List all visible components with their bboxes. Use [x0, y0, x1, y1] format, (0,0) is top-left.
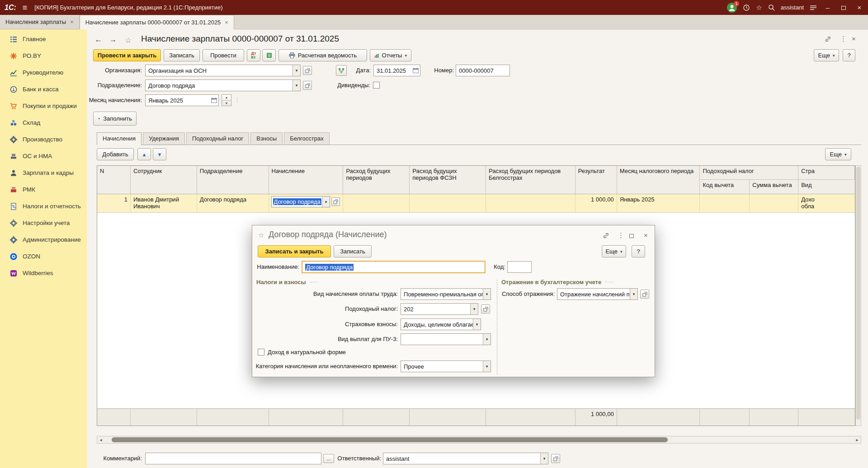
close-document-icon[interactable]: ×	[852, 35, 856, 42]
tab-salary-accruals-list[interactable]: Начисления зарплаты ×	[0, 15, 80, 29]
natural-income-checkbox[interactable]	[258, 349, 264, 356]
calendar-icon[interactable]	[411, 68, 420, 73]
col-header-future-expenses-belgosstrakh[interactable]: Расход будущих периодов Белгосстрах	[486, 166, 576, 194]
reports-button[interactable]: Отчеты ▾	[370, 49, 411, 61]
cell-accrual[interactable]: Договор подряда ▾	[269, 194, 344, 212]
vertical-scroll-thumb[interactable]	[856, 167, 860, 420]
tab-deductions[interactable]: Удержания	[143, 132, 185, 145]
accrual-type-combo[interactable]: Повременно-премиальная оп ▾	[401, 288, 491, 300]
link-icon[interactable]	[825, 36, 831, 43]
search-icon[interactable]	[768, 4, 775, 11]
tab-income-tax[interactable]: Подоходный налог	[186, 132, 249, 145]
dialog-save-button[interactable]: Записать	[334, 245, 372, 257]
cell-result[interactable]: 1 000,00	[576, 194, 617, 212]
number-input[interactable]: 0000-000007	[456, 65, 510, 76]
dropdown-arrow-icon[interactable]: ▾	[470, 304, 478, 314]
name-input[interactable]: Договор подряда	[302, 261, 485, 273]
open-accrual-button[interactable]	[331, 197, 340, 206]
open-organization-button[interactable]	[303, 66, 312, 75]
horizontal-scroll-track[interactable]	[104, 436, 854, 443]
col-header-tax-month[interactable]: Месяц налогового периода	[617, 166, 700, 194]
fill-button[interactable]: Заполнить	[93, 112, 137, 126]
scroll-right-icon[interactable]: ▸	[854, 437, 861, 442]
dropdown-arrow-icon[interactable]: ▾	[540, 453, 548, 464]
pu3-combo[interactable]: ▾	[401, 333, 491, 345]
sidebar-item-po-by[interactable]: РО.BY	[0, 47, 87, 64]
cell-future-expenses[interactable]	[343, 194, 410, 212]
col-header-future-expenses-fszn[interactable]: Расход будущих периодов ФСЗН	[410, 166, 486, 194]
sidebar-item-purchases-sales[interactable]: Покупки и продажи	[0, 98, 87, 114]
cell-deduction-sum[interactable]	[750, 194, 798, 212]
close-dialog-icon[interactable]: ×	[644, 232, 648, 239]
post-and-close-button[interactable]: Провести и закрыть	[93, 49, 161, 61]
category-combo[interactable]: Прочее ▾	[401, 360, 491, 372]
spin-down-icon[interactable]: ▾	[222, 101, 231, 106]
responsible-combo[interactable]: assistant ▾	[383, 453, 548, 464]
col-header-accrual[interactable]: Начисление	[269, 166, 344, 194]
sidebar-item-administration[interactable]: Администрирование	[0, 231, 87, 248]
add-row-button[interactable]: Добавить	[97, 148, 134, 160]
reflection-combo[interactable]: Отражение начислений п ▾	[557, 288, 638, 300]
table-row[interactable]: 1 Иванов Дмитрий Иванович Договор подряд…	[97, 194, 855, 213]
registers-button[interactable]	[262, 49, 276, 61]
col-header-result[interactable]: Результат	[576, 166, 617, 194]
dropdown-arrow-icon[interactable]: ▾	[483, 334, 491, 345]
drag-handle-icon[interactable]: ⋮	[235, 97, 240, 103]
dropdown-arrow-icon[interactable]: ▾	[483, 289, 491, 300]
sidebar-item-ozon[interactable]: OZON	[0, 248, 87, 265]
insurance-combo[interactable]: Доходы, целиком облагае ▾	[401, 318, 481, 330]
favorite-star-icon[interactable]: ☆	[258, 231, 264, 239]
cell-department[interactable]: Договор подряда	[197, 194, 269, 212]
minimize-button[interactable]: –	[823, 4, 833, 11]
more-dots-icon[interactable]: ⋮	[840, 35, 847, 42]
sidebar-item-rmk[interactable]: РМК	[0, 181, 87, 198]
pay-sheet-button[interactable]: Расчетная ведомость	[278, 49, 367, 61]
date-input[interactable]: 31.01.2025	[373, 65, 420, 76]
sidebar-item-fixed-assets[interactable]: ОС и НМА	[0, 148, 87, 164]
tab-close-icon[interactable]: ×	[225, 19, 228, 26]
col-header-income-tax[interactable]: Подоходный налог	[700, 166, 798, 180]
sidebar-item-production[interactable]: Производство	[0, 131, 87, 148]
cell-employee[interactable]: Иванов Дмитрий Иванович	[131, 194, 197, 212]
calendar-icon[interactable]	[209, 98, 218, 103]
col-header-deduction-sum[interactable]: Сумма вычета	[750, 180, 798, 194]
open-reflection-button[interactable]	[640, 290, 649, 299]
more-dots-icon[interactable]: ⋮	[618, 232, 624, 239]
user-avatar[interactable]: 1	[727, 3, 737, 13]
organization-combo[interactable]: Организация на ОСН ▾	[145, 65, 301, 76]
tab-close-icon[interactable]: ×	[70, 19, 74, 25]
comment-input[interactable]	[145, 453, 321, 464]
dialog-save-close-button[interactable]: Записать и закрыть	[258, 245, 331, 257]
col-header-insurance-kind[interactable]: Вид	[798, 180, 855, 194]
dropdown-arrow-icon[interactable]: ▾	[630, 289, 637, 300]
horizontal-scrollbar[interactable]: ◂ ▸	[97, 436, 861, 444]
department-combo[interactable]: Договор подряда ▾	[145, 80, 301, 91]
link-icon[interactable]	[603, 232, 609, 240]
cell-deduction-code[interactable]	[700, 194, 750, 212]
code-input[interactable]	[507, 261, 532, 273]
favorite-star-icon[interactable]: ☆	[125, 37, 132, 44]
sidebar-item-manager[interactable]: Руководителю	[0, 64, 87, 81]
col-header-future-expenses[interactable]: Расход будущих периодов	[343, 166, 410, 194]
sidebar-item-salary-hr[interactable]: Зарплата и кадры	[0, 164, 87, 181]
titlebar-username[interactable]: assistant	[781, 4, 804, 11]
open-income-tax-button[interactable]	[481, 304, 490, 314]
col-header-n[interactable]: N	[97, 166, 131, 194]
sidebar-item-wildberries[interactable]: Wildberries	[0, 265, 87, 281]
sidebar-item-warehouse[interactable]: Склад	[0, 114, 87, 131]
save-button[interactable]: Записать	[164, 49, 200, 61]
comment-ellipsis-button[interactable]: ...	[323, 454, 334, 463]
tab-contributions[interactable]: Взносы	[250, 132, 283, 145]
open-responsible-button[interactable]	[551, 454, 560, 463]
scroll-left-icon[interactable]: ◂	[97, 437, 104, 442]
table-more-button[interactable]: Еще ▾	[825, 148, 851, 160]
show-postings-button[interactable]: ДтКт	[247, 49, 260, 61]
tab-belgosstrakh[interactable]: Белгосстрах	[284, 132, 330, 145]
service-menu-icon[interactable]	[810, 5, 817, 11]
maximize-button[interactable]	[839, 4, 849, 11]
accrual-cell-editor[interactable]: Договор подряда ▾	[271, 196, 330, 207]
maximize-dialog-icon[interactable]	[629, 232, 634, 239]
cell-future-expenses-fszn[interactable]	[410, 194, 486, 212]
sidebar-item-accounting-settings[interactable]: Настройки учета	[0, 215, 87, 231]
dropdown-arrow-icon[interactable]: ▾	[473, 319, 481, 330]
